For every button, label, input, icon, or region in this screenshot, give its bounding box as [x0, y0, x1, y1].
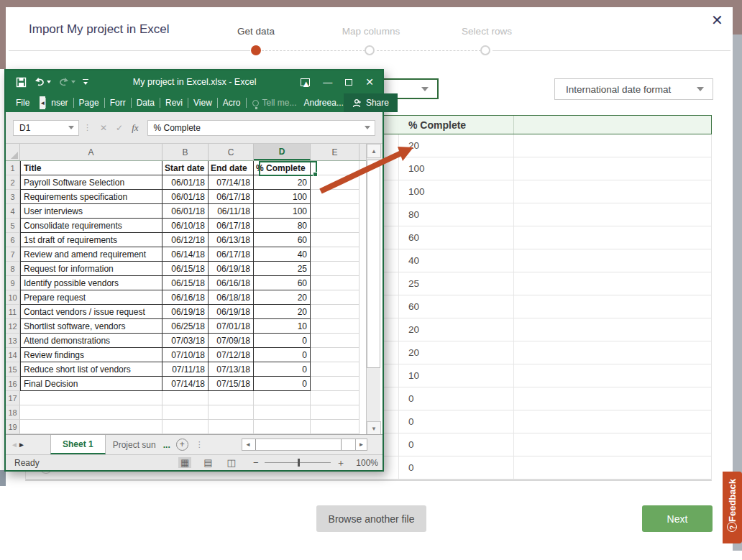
sheet-empty-row[interactable]: 17 [6, 391, 383, 405]
sheet-data-row[interactable]: 3 Requirements specification 06/01/18 06… [6, 190, 383, 204]
cell-percent[interactable]: 0 [254, 348, 311, 362]
insert-function-icon[interactable]: fx [132, 122, 138, 134]
ribbon-tab[interactable]: Forr [104, 98, 131, 108]
sheet-data-row[interactable]: 11 Contact vendors / issue request 06/19… [6, 305, 383, 319]
zoom-slider-thumb[interactable] [298, 459, 300, 467]
cell-title[interactable]: User interviews [20, 204, 162, 219]
cell-end-date[interactable]: 06/17/18 [209, 190, 254, 204]
vertical-scroll-thumb[interactable] [367, 160, 380, 368]
sheet-data-row[interactable]: 8 Request for information 06/15/18 06/19… [6, 262, 383, 276]
cell-c1[interactable]: End date [209, 161, 254, 175]
sheet-data-row[interactable]: 6 1st draft of requirements 06/12/18 06/… [6, 233, 383, 247]
ribbon-tab[interactable]: Acro [217, 98, 247, 108]
step-circle-map-columns[interactable] [365, 45, 375, 55]
feedback-tab[interactable]: ? Feedback [723, 472, 742, 543]
sheet-data-row[interactable]: 9 Identify possible vendors 06/15/18 06/… [6, 276, 383, 290]
sheet-data-row[interactable]: 12 Shortlist software, vendors 06/25/18 … [6, 319, 383, 334]
sheet-empty-row[interactable]: 19 [6, 420, 383, 434]
column-header-d-selected[interactable]: D [254, 144, 311, 160]
account-name[interactable]: Andreea... [304, 98, 344, 108]
cell-title[interactable]: Requirements specification [20, 190, 162, 204]
cell-end-date[interactable]: 07/09/18 [209, 334, 254, 348]
cell-start-date[interactable]: 06/25/18 [162, 319, 209, 334]
cell-d1-selected[interactable]: % Complete [254, 161, 311, 175]
column-header-e[interactable]: E [311, 144, 359, 160]
cell-start-date[interactable]: 07/11/18 [162, 362, 209, 377]
sheet-data-row[interactable]: 5 Consolidate requirements 06/10/18 06/1… [6, 219, 383, 233]
cell-percent[interactable]: 80 [254, 219, 311, 233]
cell-end-date[interactable]: 07/13/18 [209, 362, 254, 377]
cell-percent[interactable]: 60 [254, 276, 311, 290]
cell-title[interactable]: 1st draft of requirements [20, 233, 162, 247]
undo-button[interactable] [34, 77, 51, 87]
row-number[interactable]: 19 [6, 420, 20, 434]
row-number[interactable]: 11 [6, 305, 20, 319]
cell-end-date[interactable]: 06/17/18 [209, 219, 254, 233]
row-number[interactable]: 5 [6, 219, 20, 233]
cell-percent[interactable]: 10 [254, 319, 311, 334]
sheet-data-row[interactable]: 10 Prepare request 06/16/18 06/18/18 20 [6, 290, 383, 305]
column-header-b[interactable]: B [162, 144, 209, 160]
normal-view-icon[interactable]: ▦ [178, 457, 191, 468]
row-number[interactable]: 18 [6, 405, 20, 420]
sheet-data-row[interactable]: 7 Review and amend requirement 06/14/18 … [6, 247, 383, 262]
cell-end-date[interactable]: 06/16/18 [209, 276, 254, 290]
cell-title[interactable]: Prepare request [20, 290, 162, 305]
cell-percent[interactable]: 25 [254, 262, 311, 276]
maximize-icon[interactable] [345, 79, 352, 86]
cell-title[interactable]: Contact vendors / issue request [20, 305, 162, 319]
cell-title[interactable]: Identify possible vendors [20, 276, 162, 290]
scroll-right-icon[interactable]: ► [355, 439, 367, 450]
row-number[interactable]: 14 [6, 348, 20, 362]
sheet-nav-right-icon[interactable]: ► [13, 441, 30, 449]
cell-end-date[interactable]: 06/18/18 [209, 290, 254, 305]
cell-start-date[interactable]: 06/15/18 [162, 276, 209, 290]
cell-title[interactable]: Consolidate requirements [20, 219, 162, 233]
row-number[interactable]: 17 [6, 391, 20, 405]
cell-end-date[interactable]: 07/14/18 [209, 175, 254, 190]
ribbon-tab[interactable]: nser [45, 98, 73, 108]
cell-start-date[interactable]: 06/16/18 [162, 290, 209, 305]
minimize-icon[interactable]: — [323, 78, 332, 87]
cell-start-date[interactable]: 06/01/18 [162, 190, 209, 204]
cell-title[interactable]: Review and amend requirement [20, 247, 162, 262]
sheet-data-row[interactable]: 4 User interviews 06/01/18 06/11/18 100 [6, 204, 383, 219]
cell-title[interactable]: Reduce short list of vendors [20, 362, 162, 377]
add-sheet-icon[interactable]: + [176, 439, 188, 451]
ribbon-tab[interactable]: Data [131, 98, 160, 108]
cell-percent[interactable]: 0 [254, 362, 311, 377]
save-icon[interactable] [16, 77, 27, 88]
cell-start-date[interactable]: 06/10/18 [162, 219, 209, 233]
select-all-corner[interactable] [6, 144, 20, 160]
close-icon[interactable]: ✕ [711, 13, 723, 27]
cell-title[interactable]: Shortlist software, vendors [20, 319, 162, 334]
name-box[interactable]: D1 [13, 120, 79, 136]
column-header-a[interactable]: A [20, 144, 162, 160]
share-button[interactable]: Share [344, 93, 398, 112]
sheet-data-row[interactable]: 16 Final Decision 07/14/18 07/15/18 0 [6, 377, 383, 391]
formula-input[interactable]: % Complete [147, 120, 375, 136]
sheet-tab-project-summary[interactable]: Project sun [106, 440, 163, 450]
cancel-entry-icon[interactable]: ✕ [100, 123, 107, 133]
row-number[interactable]: 9 [6, 276, 20, 290]
sheet-tab-ellipsis[interactable]: ... [163, 440, 170, 450]
horizontal-scroll-thumb[interactable] [255, 439, 342, 450]
sheet-header-row[interactable]: 1 Title Start date End date % Complete [6, 161, 383, 175]
formula-expand-icon[interactable] [365, 126, 370, 129]
undo-dropdown-icon[interactable] [47, 81, 51, 83]
row-number[interactable]: 2 [6, 175, 20, 190]
cell-a1[interactable]: Title [20, 161, 162, 175]
ribbon-tab[interactable]: Revi [160, 98, 188, 108]
row-number[interactable]: 15 [6, 362, 20, 377]
cell-b1[interactable]: Start date [162, 161, 209, 175]
cell-percent[interactable]: 40 [254, 247, 311, 262]
cell-title[interactable]: Attend demonstrations [20, 334, 162, 348]
sheet-empty-row[interactable]: 18 [6, 405, 383, 420]
ribbon-tab[interactable]: View [188, 98, 217, 108]
ribbon-tab[interactable]: Page [73, 98, 104, 108]
browse-another-file-button[interactable]: Browse another file [316, 505, 426, 532]
step-circle-select-rows[interactable] [480, 45, 490, 55]
zoom-out-icon[interactable]: − [253, 457, 259, 468]
cell-title[interactable]: Request for information [20, 262, 162, 276]
sheet-data-row[interactable]: 15 Reduce short list of vendors 07/11/18… [6, 362, 383, 377]
